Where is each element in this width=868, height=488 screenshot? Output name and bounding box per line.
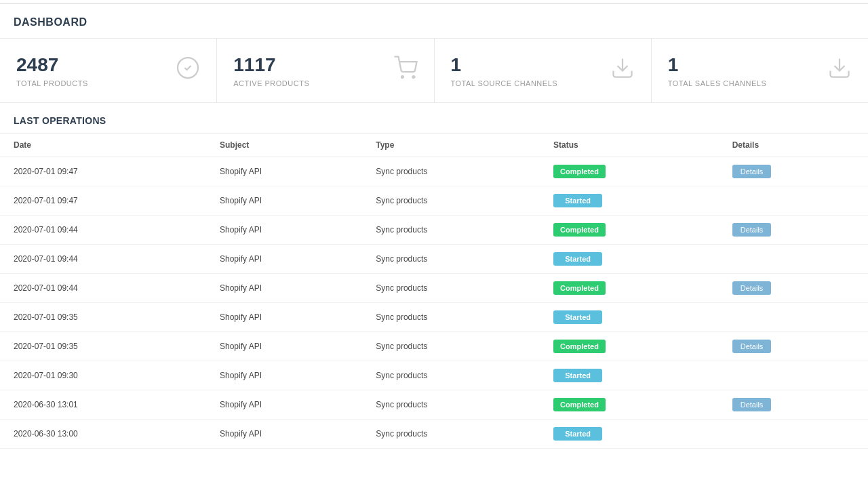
svg-point-1 <box>401 76 403 78</box>
cell-status: Completed <box>540 157 719 186</box>
cell-date: 2020-07-01 09:47 <box>0 186 206 215</box>
cell-status: Completed <box>540 331 719 361</box>
status-badge: Completed <box>553 281 606 295</box>
cell-date: 2020-06-30 13:00 <box>0 419 206 448</box>
download-sales-icon <box>827 56 852 85</box>
cell-date: 2020-07-01 09:44 <box>0 215 206 244</box>
table-row: 2020-07-01 09:44 Shopify API Sync produc… <box>0 273 868 302</box>
status-badge: Started <box>553 310 602 324</box>
cell-date: 2020-06-30 13:01 <box>0 390 206 419</box>
cell-details <box>719 302 868 331</box>
cell-type: Sync products <box>362 302 540 331</box>
stat-label-total-products: TOTAL PRODUCTS <box>16 79 88 87</box>
check-circle-icon <box>176 56 200 85</box>
col-header-date: Date <box>0 133 206 157</box>
cell-status: Started <box>540 244 719 273</box>
stat-card-total-sales-channels: 1 TOTAL SALES CHANNELS <box>652 39 868 102</box>
stat-info-total-source-channels: 1 TOTAL SOURCE CHANNELS <box>451 54 558 87</box>
cell-subject: Shopify API <box>206 157 362 186</box>
stat-label-total-sales-channels: TOTAL SALES CHANNELS <box>668 79 767 87</box>
cell-status: Started <box>540 302 719 331</box>
col-header-details: Details <box>719 133 868 157</box>
cell-type: Sync products <box>362 361 540 390</box>
cell-date: 2020-07-01 09:30 <box>0 361 206 390</box>
cell-type: Sync products <box>362 186 540 215</box>
page-header: DASHBOARD <box>0 4 868 39</box>
col-header-type: Type <box>362 133 540 157</box>
cell-status: Started <box>540 361 719 390</box>
cell-details[interactable]: Details <box>719 390 868 419</box>
details-button[interactable]: Details <box>732 223 772 237</box>
cell-type: Sync products <box>362 157 540 186</box>
cell-type: Sync products <box>362 331 540 361</box>
table-row: 2020-06-30 13:00 Shopify API Sync produc… <box>0 419 868 448</box>
stat-info-total-products: 2487 TOTAL PRODUCTS <box>16 54 88 87</box>
cell-type: Sync products <box>362 419 540 448</box>
col-header-status: Status <box>540 133 719 157</box>
cell-details <box>719 186 868 215</box>
stat-number-total-sales-channels: 1 <box>668 54 767 77</box>
status-badge: Completed <box>553 165 606 178</box>
stat-card-active-products: 1117 ACTIVE PRODUCTS <box>217 39 434 102</box>
table-row: 2020-07-01 09:47 Shopify API Sync produc… <box>0 186 868 215</box>
cell-details[interactable]: Details <box>719 273 868 302</box>
table-row: 2020-07-01 09:35 Shopify API Sync produc… <box>0 302 868 331</box>
cell-subject: Shopify API <box>206 273 362 302</box>
cell-details <box>719 244 868 273</box>
cell-status: Completed <box>540 390 719 419</box>
stat-number-total-source-channels: 1 <box>451 54 558 77</box>
cart-icon <box>393 56 418 85</box>
operations-table: Date Subject Type Status Details 2020-07… <box>0 133 868 449</box>
stats-row: 2487 TOTAL PRODUCTS 1117 ACTIVE PRODUCTS <box>0 39 868 103</box>
cell-subject: Shopify API <box>206 331 362 361</box>
cell-details <box>719 419 868 448</box>
table-row: 2020-07-01 09:44 Shopify API Sync produc… <box>0 215 868 244</box>
details-button[interactable]: Details <box>732 340 772 353</box>
cell-date: 2020-07-01 09:35 <box>0 302 206 331</box>
cell-date: 2020-07-01 09:44 <box>0 273 206 302</box>
status-badge: Started <box>553 427 602 441</box>
stat-number-total-products: 2487 <box>16 54 88 77</box>
stat-label-total-source-channels: TOTAL SOURCE CHANNELS <box>451 79 558 87</box>
cell-status: Completed <box>540 215 719 244</box>
cell-type: Sync products <box>362 273 540 302</box>
cell-subject: Shopify API <box>206 186 362 215</box>
cell-date: 2020-07-01 09:35 <box>0 331 206 361</box>
cell-subject: Shopify API <box>206 390 362 419</box>
status-badge: Started <box>553 194 602 207</box>
table-row: 2020-07-01 09:30 Shopify API Sync produc… <box>0 361 868 390</box>
cell-type: Sync products <box>362 244 540 273</box>
table-row: 2020-07-01 09:47 Shopify API Sync produc… <box>0 157 868 186</box>
operations-section-title: LAST OPERATIONS <box>14 115 854 126</box>
status-badge: Started <box>553 369 602 382</box>
cell-subject: Shopify API <box>206 215 362 244</box>
cell-type: Sync products <box>362 390 540 419</box>
table-row: 2020-06-30 13:01 Shopify API Sync produc… <box>0 390 868 419</box>
download-source-icon <box>610 56 635 85</box>
stat-label-active-products: ACTIVE PRODUCTS <box>233 79 309 87</box>
cell-subject: Shopify API <box>206 244 362 273</box>
stat-info-total-sales-channels: 1 TOTAL SALES CHANNELS <box>668 54 767 87</box>
cell-date: 2020-07-01 09:44 <box>0 244 206 273</box>
details-button[interactable]: Details <box>732 398 772 411</box>
svg-point-2 <box>412 76 414 78</box>
table-header-row: Date Subject Type Status Details <box>0 133 868 157</box>
cell-details[interactable]: Details <box>719 157 868 186</box>
operations-section-header: LAST OPERATIONS <box>0 103 868 133</box>
status-badge: Completed <box>553 223 606 237</box>
details-button[interactable]: Details <box>732 165 772 178</box>
status-badge: Completed <box>553 398 606 411</box>
cell-subject: Shopify API <box>206 361 362 390</box>
cell-date: 2020-07-01 09:47 <box>0 157 206 186</box>
cell-details[interactable]: Details <box>719 331 868 361</box>
cell-status: Completed <box>540 273 719 302</box>
col-header-subject: Subject <box>206 133 362 157</box>
page-title: DASHBOARD <box>14 16 854 28</box>
cell-details[interactable]: Details <box>719 215 868 244</box>
stat-info-active-products: 1117 ACTIVE PRODUCTS <box>233 54 309 87</box>
status-badge: Completed <box>553 340 606 353</box>
table-row: 2020-07-01 09:35 Shopify API Sync produc… <box>0 331 868 361</box>
details-button[interactable]: Details <box>732 281 772 295</box>
cell-details <box>719 361 868 390</box>
stat-card-total-products: 2487 TOTAL PRODUCTS <box>0 39 217 102</box>
